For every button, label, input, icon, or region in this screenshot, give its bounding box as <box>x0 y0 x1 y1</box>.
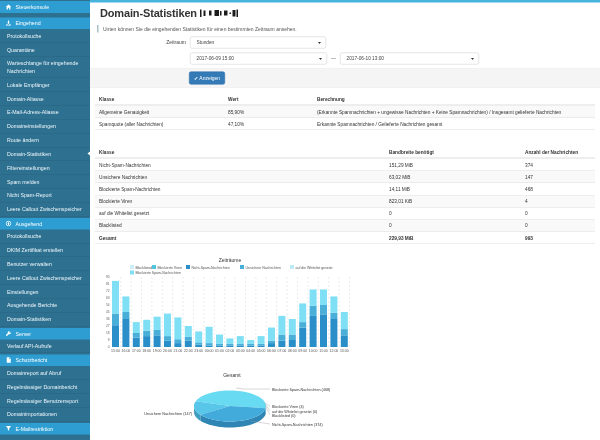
svg-text:12:00: 12:00 <box>330 349 339 353</box>
svg-text:08:00: 08:00 <box>288 349 297 353</box>
svg-text:20:00: 20:00 <box>163 349 172 353</box>
svg-text:9: 9 <box>108 338 110 342</box>
svg-text:06:00: 06:00 <box>267 349 276 353</box>
svg-text:02:00: 02:00 <box>226 349 235 353</box>
svg-text:18: 18 <box>106 331 110 335</box>
svg-text:81: 81 <box>106 282 110 286</box>
svg-text:Blockierte Spam-Nachrichten: Blockierte Spam-Nachrichten <box>136 271 181 275</box>
svg-text:11:00: 11:00 <box>319 349 328 353</box>
svg-text:13:00: 13:00 <box>340 349 349 353</box>
svg-text:Unsichere Nachrichten (147): Unsichere Nachrichten (147) <box>144 412 192 416</box>
svg-text:54: 54 <box>106 303 110 307</box>
svg-text:15:00: 15:00 <box>111 349 120 353</box>
svg-text:16:00: 16:00 <box>122 349 131 353</box>
svg-text:09:00: 09:00 <box>298 349 307 353</box>
svg-text:18:00: 18:00 <box>142 349 151 353</box>
svg-text:Zeiträume: Zeiträume <box>219 257 242 263</box>
svg-text:Nicht-Spam-Nachrichten (374): Nicht-Spam-Nachrichten (374) <box>272 423 323 427</box>
svg-text:Blockierte Viren: Blockierte Viren <box>158 266 183 270</box>
svg-text:07:00: 07:00 <box>278 349 287 353</box>
svg-text:63: 63 <box>106 296 110 300</box>
svg-text:45: 45 <box>106 310 110 314</box>
svg-text:Nicht-Spam-Nachrichten: Nicht-Spam-Nachrichten <box>192 266 230 270</box>
svg-text:Blacklisted (0): Blacklisted (0) <box>272 414 296 418</box>
svg-text:21:00: 21:00 <box>174 349 183 353</box>
svg-text:36: 36 <box>106 317 110 321</box>
svg-text:04:00: 04:00 <box>246 349 255 353</box>
svg-text:90: 90 <box>106 275 110 279</box>
svg-text:23:00: 23:00 <box>194 349 203 353</box>
svg-text:Blacklisted: Blacklisted <box>136 266 153 270</box>
svg-text:Unsichere Nachrichten: Unsichere Nachrichten <box>246 266 281 270</box>
svg-text:22:00: 22:00 <box>184 349 193 353</box>
svg-text:17:00: 17:00 <box>132 349 141 353</box>
svg-text:05:00: 05:00 <box>257 349 266 353</box>
svg-text:19:00: 19:00 <box>153 349 162 353</box>
svg-text:Blockierte Spam-Nachrichten (4: Blockierte Spam-Nachrichten (468) <box>272 388 331 392</box>
svg-text:Gesamt: Gesamt <box>223 372 241 378</box>
svg-text:01:00: 01:00 <box>215 349 224 353</box>
svg-text:03:00: 03:00 <box>236 349 245 353</box>
svg-text:Blockierte Viren (4): Blockierte Viren (4) <box>272 405 305 409</box>
svg-text:00:00: 00:00 <box>205 349 214 353</box>
svg-text:auf die Whitelist gesetzt: auf die Whitelist gesetzt <box>296 266 333 270</box>
svg-text:72: 72 <box>106 289 110 293</box>
svg-text:27: 27 <box>106 324 110 328</box>
svg-text:0: 0 <box>108 345 110 349</box>
svg-text:10:00: 10:00 <box>309 349 318 353</box>
